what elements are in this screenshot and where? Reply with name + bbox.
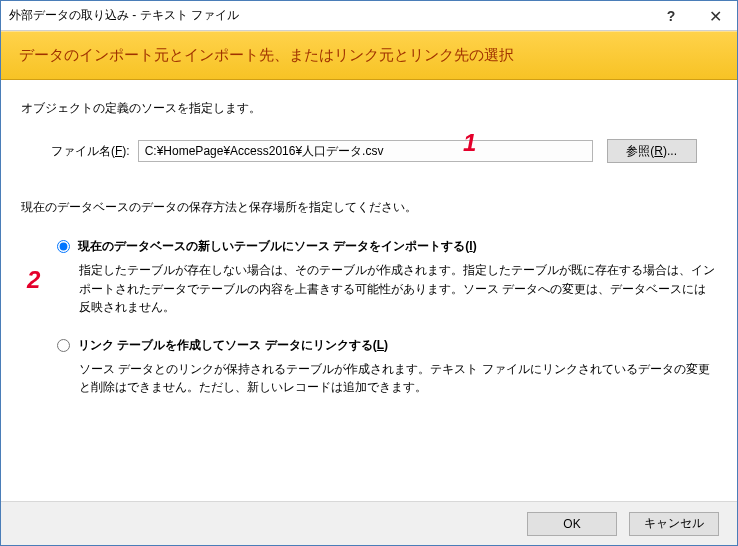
- radio-link-label: リンク テーブルを作成してソース データにリンクする(L): [78, 337, 388, 354]
- cancel-button[interactable]: キャンセル: [629, 512, 719, 536]
- dialog-content: オブジェクトの定義のソースを指定します。 ファイル名(F): 1 参照(R)..…: [1, 80, 737, 397]
- opt0-pre: 現在のデータベースの新しいテーブルにソース データをインポートする(: [78, 239, 469, 253]
- browse-pre: 参照(: [626, 144, 654, 158]
- window-title: 外部データの取り込み - テキスト ファイル: [9, 7, 239, 24]
- file-field-label: ファイル名(F):: [51, 143, 130, 160]
- file-row: ファイル名(F): 1 参照(R)...: [51, 139, 717, 163]
- browse-key: R: [654, 144, 663, 158]
- header-banner: データのインポート元とインポート先、またはリンク元とリンク先の選択: [1, 31, 737, 80]
- instruction-text: 現在のデータベースのデータの保存方法と保存場所を指定してください。: [21, 199, 717, 216]
- ok-button[interactable]: OK: [527, 512, 617, 536]
- radio-link[interactable]: [57, 339, 70, 352]
- opt1-post: ): [384, 338, 388, 352]
- radio-import-head[interactable]: 現在のデータベースの新しいテーブルにソース データをインポートする(I): [57, 238, 717, 255]
- radio-option-link: リンク テーブルを作成してソース データにリンクする(L) ソース データとのリ…: [57, 337, 717, 397]
- opt1-key: L: [377, 338, 384, 352]
- radio-link-head[interactable]: リンク テーブルを作成してソース データにリンクする(L): [57, 337, 717, 354]
- dialog-footer: OK キャンセル: [1, 501, 737, 545]
- radio-import-label: 現在のデータベースの新しいテーブルにソース データをインポートする(I): [78, 238, 477, 255]
- close-icon[interactable]: ✕: [693, 1, 737, 31]
- file-label-pre: ファイル名(: [51, 144, 115, 158]
- browse-button[interactable]: 参照(R)...: [607, 139, 697, 163]
- radio-link-desc: ソース データとのリンクが保持されるテーブルが作成されます。テキスト ファイルに…: [79, 360, 717, 397]
- titlebar-controls: ? ✕: [649, 1, 737, 30]
- source-help-text: オブジェクトの定義のソースを指定します。: [21, 100, 717, 117]
- annotation-2: 2: [27, 266, 40, 294]
- header-banner-text: データのインポート元とインポート先、またはリンク元とリンク先の選択: [19, 46, 719, 65]
- help-icon[interactable]: ?: [649, 1, 693, 31]
- radio-option-import: 現在のデータベースの新しいテーブルにソース データをインポートする(I) 指定し…: [57, 238, 717, 317]
- titlebar: 外部データの取り込み - テキスト ファイル ? ✕: [1, 1, 737, 31]
- radio-group: 2 現在のデータベースの新しいテーブルにソース データをインポートする(I) 指…: [57, 238, 717, 397]
- annotation-1: 1: [463, 129, 476, 157]
- radio-import[interactable]: [57, 240, 70, 253]
- opt0-post: ): [473, 239, 477, 253]
- file-label-post: ):: [122, 144, 129, 158]
- opt1-pre: リンク テーブルを作成してソース データにリンクする(: [78, 338, 377, 352]
- file-path-input[interactable]: [138, 140, 593, 162]
- browse-post: )...: [663, 144, 677, 158]
- radio-import-desc: 指定したテーブルが存在しない場合は、そのテーブルが作成されます。指定したテーブル…: [79, 261, 717, 317]
